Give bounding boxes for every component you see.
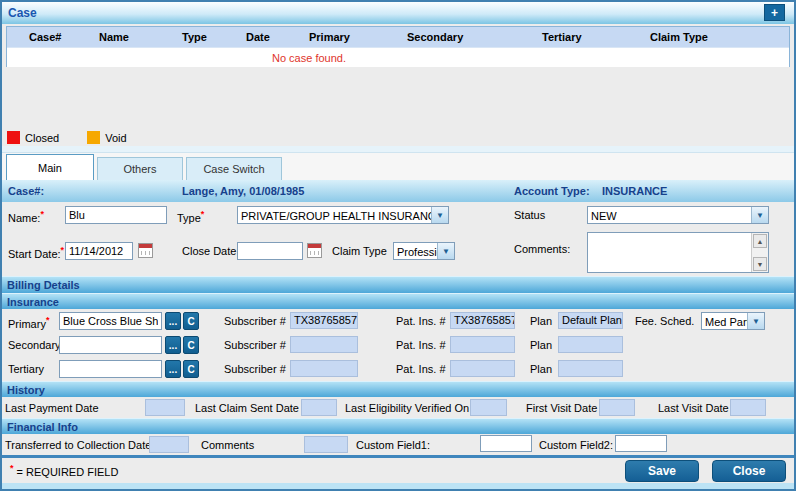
last-payment-date-field <box>145 399 185 416</box>
history-header: History <box>2 381 794 397</box>
tertiary-pat-ins-field <box>450 360 515 377</box>
textarea-scrollbar[interactable]: ▲ ▼ <box>751 233 768 272</box>
pat-ins-label: Pat. Ins. # <box>396 339 446 351</box>
tab-case-switch[interactable]: Case Switch <box>186 157 282 180</box>
last-payment-date-label: Last Payment Date <box>5 402 99 414</box>
tab-others[interactable]: Others <box>97 157 183 180</box>
claim-type-label: Claim Type <box>332 245 387 257</box>
close-button[interactable]: Close <box>712 460 786 482</box>
last-eligibility-verified-label: Last Eligibility Verified On <box>345 402 469 414</box>
secondary-copy-button[interactable]: C <box>183 336 199 354</box>
start-date-input[interactable] <box>65 242 133 260</box>
secondary-plan-field <box>558 336 623 353</box>
tab-bar: Main Others Case Switch <box>2 153 794 180</box>
account-type-value: INSURANCE <box>602 185 667 197</box>
case-panel-title: Case <box>8 6 37 20</box>
name-input[interactable] <box>65 206 167 224</box>
col-case-number: Case# <box>29 31 61 43</box>
fee-sched-select[interactable]: Med Part B ▼ <box>701 312 765 330</box>
primary-copy-button[interactable]: C <box>183 312 199 330</box>
name-label: Name:* <box>8 209 44 224</box>
closed-legend-swatch <box>7 131 20 144</box>
comments-textarea[interactable]: ▲ ▼ <box>587 232 769 273</box>
case-panel-body <box>2 68 794 129</box>
insurance-row-secondary: Secondary ... C Subscriber # Pat. Ins. #… <box>2 333 794 357</box>
insurance-row-tertiary: Tertiary ... C Subscriber # Pat. Ins. # … <box>2 357 794 381</box>
patient-name: Lange, Amy, 01/08/1985 <box>182 185 304 197</box>
type-select[interactable]: PRIVATE/GROUP HEALTH INSURANCE PLAN ▼ <box>237 206 449 224</box>
subscriber-label: Subscriber # <box>224 363 286 375</box>
primary-label: Primary* <box>8 315 49 330</box>
secondary-browse-button[interactable]: ... <box>165 336 181 354</box>
subscriber-label: Subscriber # <box>224 339 286 351</box>
fee-sched-label: Fee. Sched. <box>635 315 694 327</box>
insurance-row-primary: Primary* ... C Subscriber # TX387658578 … <box>2 309 794 333</box>
insurance-header: Insurance <box>2 293 794 309</box>
custom-field2-input[interactable] <box>615 435 667 452</box>
divider-strip <box>2 146 794 153</box>
chevron-down-icon: ▼ <box>437 243 454 259</box>
name-row: Name:* Type* PRIVATE/GROUP HEALTH INSURA… <box>2 202 794 229</box>
legend: Closed Void <box>2 129 794 146</box>
case-table: Case# Name Type Date Primary Secondary T… <box>2 24 794 68</box>
custom-field1-input[interactable] <box>480 435 532 452</box>
chevron-down-icon: ▼ <box>431 207 448 223</box>
primary-plan-field: Default Plan <box>558 312 623 329</box>
primary-carrier-input[interactable] <box>59 312 162 330</box>
account-type-label: Account Type: <box>514 185 590 197</box>
scroll-down-icon[interactable]: ▼ <box>753 257 767 271</box>
tertiary-subscriber-field <box>290 360 358 377</box>
start-date-label: Start Date:* <box>8 245 64 260</box>
pat-ins-label: Pat. Ins. # <box>396 315 446 327</box>
transferred-to-collection-label: Transferred to Collection Date <box>5 439 151 451</box>
last-visit-date-field <box>730 399 766 416</box>
save-button[interactable]: Save <box>625 460 699 482</box>
financial-comments-field <box>304 436 348 453</box>
no-case-message: No case found. <box>272 52 346 64</box>
plus-icon: + <box>771 6 778 20</box>
case-table-header: Case# Name Type Date Primary Secondary T… <box>7 27 789 47</box>
calendar-icon[interactable] <box>307 243 322 258</box>
custom-field1-label: Custom Field1: <box>356 439 430 451</box>
last-claim-sent-date-label: Last Claim Sent Date <box>195 402 299 414</box>
col-tertiary: Tertiary <box>542 31 582 43</box>
tertiary-browse-button[interactable]: ... <box>165 360 181 378</box>
primary-browse-button[interactable]: ... <box>165 312 181 330</box>
history-row: Last Payment Date Last Claim Sent Date L… <box>2 397 794 418</box>
plan-label: Plan <box>530 315 552 327</box>
financial-row: Transferred to Collection Date Comments … <box>2 434 794 455</box>
col-type: Type <box>182 31 207 43</box>
dates-row: Start Date:* Close Date: Claim Type Prof… <box>2 229 794 276</box>
tertiary-carrier-input[interactable] <box>59 360 162 378</box>
col-name: Name <box>99 31 129 43</box>
chevron-down-icon: ▼ <box>747 313 764 329</box>
col-primary: Primary <box>309 31 350 43</box>
tab-main[interactable]: Main <box>6 154 94 180</box>
transferred-to-collection-field <box>149 436 189 453</box>
last-eligibility-verified-field <box>470 399 507 416</box>
calendar-icon[interactable] <box>138 243 153 258</box>
case-number-label: Case#: <box>8 185 44 197</box>
primary-subscriber-field: TX387658578 <box>290 312 358 329</box>
closed-legend-label: Closed <box>25 132 59 144</box>
secondary-carrier-input[interactable] <box>59 336 162 354</box>
col-claim-type: Claim Type <box>650 31 708 43</box>
pat-ins-label: Pat. Ins. # <box>396 363 446 375</box>
comments-label: Comments: <box>514 243 570 255</box>
tertiary-copy-button[interactable]: C <box>183 360 199 378</box>
case-panel-header: Case + <box>2 2 794 24</box>
close-date-input[interactable] <box>237 242 303 260</box>
status-select[interactable]: NEW ▼ <box>587 206 769 224</box>
scroll-up-icon[interactable]: ▲ <box>753 234 767 248</box>
status-label: Status <box>514 209 545 221</box>
last-visit-date-label: Last Visit Date <box>658 402 729 414</box>
claim-type-select[interactable]: Professional ▼ <box>393 242 455 260</box>
plan-label: Plan <box>530 363 552 375</box>
bottom-strip <box>2 483 794 489</box>
add-case-button[interactable]: + <box>764 4 785 21</box>
case-table-empty-row: No case found. <box>7 47 789 67</box>
close-date-label: Close Date: <box>182 245 239 257</box>
first-visit-date-label: First Visit Date <box>526 402 597 414</box>
financial-info-header: Financial Info <box>2 418 794 434</box>
last-claim-sent-date-field <box>301 399 337 416</box>
